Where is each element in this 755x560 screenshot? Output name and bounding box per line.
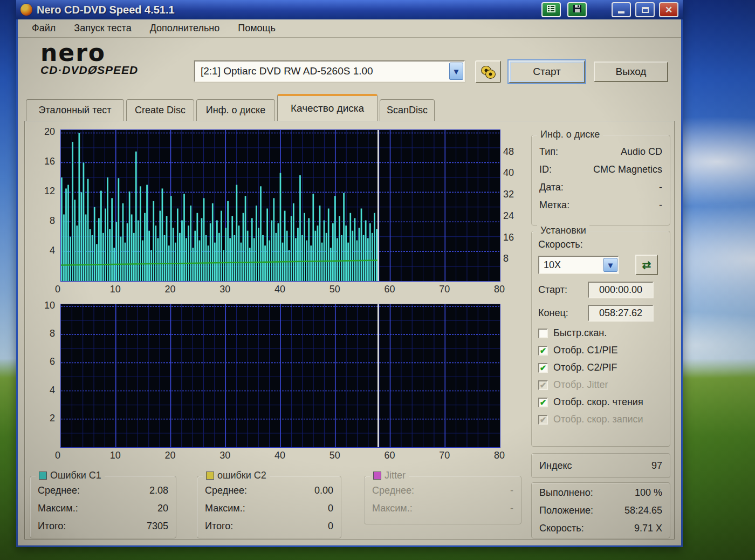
title-bar[interactable]: Nero CD-DVD Speed 4.51.1 ✕ [16,0,683,19]
checkbox-icon: ✔ [538,380,548,390]
y-tick-label-right: 16 [503,232,514,243]
x-tick-label: 60 [385,284,395,295]
x-tick-label: 60 [385,450,395,461]
x-tick-label: 40 [274,450,285,461]
close-button[interactable]: ✕ [659,2,678,17]
end-time-label: Конец: [538,308,588,319]
tab-create-disc[interactable]: Create Disc [126,99,194,121]
checkbox-icon: ✔ [538,415,548,425]
start-button[interactable]: Старт [509,60,585,83]
save-button[interactable] [567,2,587,17]
y-tick-label-right: 48 [503,146,514,158]
exit-button[interactable]: Выход [594,62,668,82]
start-time-label: Старт: [538,284,588,296]
y-tick-label-right: 8 [503,253,509,264]
disc-info-group: Инф. о диске Тип:Audio CDID:CMC Magnetic… [531,135,670,226]
stats-row: Итого:7305 [30,517,176,535]
refresh-button[interactable]: ⇄ [635,255,658,275]
maximize-button[interactable] [635,2,655,17]
progress-box: Выполнено:100 %Положение:58:24.65Скорост… [531,482,670,538]
minimize-button[interactable] [612,2,631,17]
progress-row: Скорость:9.71 X [532,520,670,537]
disc-icon [481,66,495,78]
x-tick-label: 0 [55,284,60,295]
checkbox-icon[interactable]: ✔ [538,346,548,356]
y-tick-label: 16 [33,156,55,167]
checkbox-otobr-c2-pif[interactable]: ✔Отобр. C2/PIF [538,362,663,373]
stats-row: Максим.:0 [197,500,341,517]
stats-row: Среднее:- [365,482,521,500]
stats-row: Максим.:- [365,500,521,517]
grid-icon [547,5,555,15]
x-tick-label: 20 [165,450,176,461]
stats-box-jitter: JitterСреднее:-Максим.:- [364,476,521,524]
checkbox-otobr-c1-pie[interactable]: ✔Отобр. C1/PIE [538,345,663,356]
tab-kachestvo-diska[interactable]: Качество диска [277,94,378,121]
stats-box-title: ошибки C2 [203,470,270,481]
menu-item[interactable]: Файл [32,23,56,34]
y-tick-label-right: 24 [503,210,514,222]
settings-group: Установки Скорость: 10X ▼ ⇄ Старт: 000:0… [531,231,670,447]
disc-info-title: Инф. о диске [537,129,603,140]
drive-select-value: [2:1] Optiarc DVD RW AD-5260S 1.00 [201,65,449,77]
x-tick-label: 30 [219,284,230,295]
x-tick-label: 30 [219,450,230,461]
checkbox-icon[interactable]: ✔ [538,363,548,373]
c2-error-chart [60,304,500,448]
checkbox-label: Отобр. скор. чтения [553,397,643,408]
y-tick-label: 4 [33,245,55,256]
x-tick-label: 80 [494,284,505,295]
maximize-icon [642,7,649,13]
index-box: Индекс 97 [531,453,670,478]
tab-etalonnyj-test[interactable]: Эталонный тест [26,99,124,121]
logo-text-cddvdspeed: CD·DVDØSPEED [40,64,138,77]
menu-item[interactable]: Дополнительно [150,23,220,34]
x-tick-label: 70 [439,450,450,461]
checkbox-label: Отобр. C1/PIE [553,345,617,356]
legend-color-swatch [39,472,47,480]
chevron-down-icon[interactable]: ▼ [603,258,617,272]
minimize-icon [618,11,624,13]
speed-select[interactable]: 10X ▼ [538,256,619,274]
checkbox-icon[interactable]: ✔ [538,398,548,407]
stats-row: Среднее:2.08 [30,482,176,500]
nero-logo: nero CD·DVDØSPEED [40,42,138,77]
window-title: Nero CD-DVD Speed 4.51.1 [37,4,537,16]
settings-title: Установки [537,225,589,236]
drive-select[interactable]: [2:1] Optiarc DVD RW AD-5260S 1.00 ▼ [194,60,465,82]
y-tick-label: 12 [33,186,55,197]
end-time-field[interactable]: 058:27.62 [588,305,654,322]
checkbox-icon[interactable] [538,329,548,338]
y-tick-label-right: 32 [503,189,514,200]
menu-item[interactable]: Запуск теста [74,23,131,34]
chevron-down-icon[interactable]: ▼ [449,63,463,80]
tab-inf-o-diske[interactable]: Инф. о диске [196,99,275,121]
disc-info-row: Тип:Audio CD [532,143,670,161]
tab-scandisc[interactable]: ScanDisc [380,99,435,121]
eject-button[interactable] [475,60,501,83]
stats-row: Среднее:0.00 [197,482,341,500]
menu-item[interactable]: Помощь [238,23,276,34]
legend-color-swatch [373,472,381,480]
disc-info-row: Дата:- [532,179,670,196]
stats-row: Итого:0 [197,517,341,535]
x-tick-label: 10 [110,284,121,295]
c1-error-chart [60,129,500,282]
checkbox-otobr-skor-chteniya[interactable]: ✔Отобр. скор. чтения [538,397,663,408]
stats-box-c1: Ошибки C1Среднее:2.08Максим.:20Итого:730… [30,476,176,538]
y-tick-label: 20 [33,126,55,138]
legend-color-swatch [206,472,214,480]
y-tick-label: 2 [33,413,55,424]
start-time-field[interactable]: 000:00.00 [588,282,654,298]
index-label: Индекс [539,454,572,477]
export-button[interactable] [541,2,561,17]
checkbox-bystr-skan[interactable]: Быстр.скан. [538,327,663,339]
x-tick-label: 70 [439,284,450,295]
x-tick-label: 0 [55,450,60,461]
disc-logo-icon: Ø [87,64,98,77]
index-value: 97 [651,454,662,477]
x-tick-label: 50 [330,284,340,295]
x-tick-label: 50 [330,450,340,461]
progress-row: Выполнено:100 % [532,484,670,502]
y-tick-label-right: 40 [503,167,514,179]
